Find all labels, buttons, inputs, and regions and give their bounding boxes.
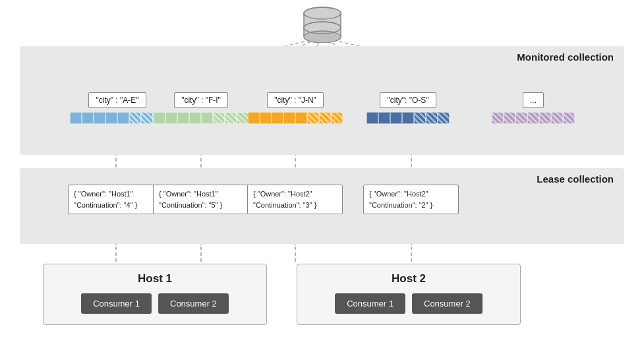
block — [402, 112, 414, 124]
block — [307, 112, 319, 124]
partition-extra-label: ... — [523, 92, 544, 108]
block — [141, 112, 153, 124]
block — [366, 112, 378, 124]
host-2-box: Host 2 Consumer 1 Consumer 2 — [290, 264, 527, 325]
block — [165, 112, 177, 124]
block — [426, 112, 438, 124]
block — [539, 112, 551, 124]
block — [189, 112, 201, 124]
partition-ae-blocks — [70, 112, 165, 124]
block — [70, 112, 82, 124]
lease-1-line2: "Continuation": "4" } — [74, 201, 137, 209]
partition-jn: "city" : "J-N" — [248, 92, 343, 124]
host-2-consumers: Consumer 1 Consumer 2 — [308, 293, 510, 314]
lease-4-line1: { "Owner": "Host2" — [369, 190, 428, 198]
partition-fi-blocks — [154, 112, 249, 124]
block — [295, 112, 307, 124]
partition-ae-label: "city" : "A-E" — [88, 92, 146, 108]
block — [237, 112, 249, 124]
lease-1-line1: { "Owner": "Host1" — [74, 190, 133, 198]
block — [272, 112, 283, 124]
lease-3-line2: "Continuation": "3" } — [253, 201, 316, 209]
block — [225, 112, 237, 124]
block — [213, 112, 225, 124]
block — [319, 112, 331, 124]
host-1-box: Host 1 Consumer 1 Consumer 2 — [36, 264, 274, 325]
lease-2-line1: { "Owner": "Host1" — [159, 190, 218, 198]
lease-box-2: { "Owner": "Host1" "Continuation": "5" } — [153, 185, 249, 214]
partition-ae: "city" : "A-E" — [70, 92, 165, 124]
host-1-consumer-1[interactable]: Consumer 1 — [81, 293, 152, 314]
host-2-consumer-2[interactable]: Consumer 2 — [412, 293, 483, 314]
block — [504, 112, 515, 124]
partition-extra-blocks — [492, 112, 575, 124]
block — [129, 112, 141, 124]
partition-fi: "city" : "F-I" — [154, 92, 249, 124]
block — [117, 112, 129, 124]
host-1-consumer-2[interactable]: Consumer 2 — [158, 293, 229, 314]
partition-os-label: "city": "O-S" — [380, 92, 436, 108]
partition-jn-blocks — [248, 112, 343, 124]
block — [551, 112, 563, 124]
block — [154, 112, 165, 124]
block — [563, 112, 575, 124]
block — [82, 112, 94, 124]
block — [515, 112, 527, 124]
monitored-collection-label: Monitored collection — [517, 51, 614, 63]
lease-box-3: { "Owner": "Host2" "Continuation": "3" } — [247, 185, 343, 214]
lease-box-4: { "Owner": "Host2" "Continuation": "2" } — [363, 185, 459, 214]
block — [201, 112, 213, 124]
block — [378, 112, 390, 124]
partition-jn-label: "city" : "J-N" — [267, 92, 324, 108]
block — [390, 112, 402, 124]
lease-4-line2: "Continuation": "2" } — [369, 201, 432, 209]
host-1-consumers: Consumer 1 Consumer 2 — [54, 293, 256, 314]
block — [248, 112, 260, 124]
block — [105, 112, 117, 124]
database-icon — [303, 7, 342, 43]
partition-os-blocks — [366, 112, 450, 124]
block — [283, 112, 295, 124]
partition-os: "city": "O-S" — [366, 92, 450, 124]
block — [177, 112, 189, 124]
block — [492, 112, 504, 124]
block — [94, 112, 105, 124]
block — [527, 112, 539, 124]
lease-2-line2: "Continuation": "5" } — [159, 201, 222, 209]
diagram-container: Monitored collection "city" : "A-E" "cit… — [0, 0, 644, 354]
block — [414, 112, 426, 124]
host-2-consumer-1[interactable]: Consumer 1 — [335, 293, 405, 314]
block — [331, 112, 343, 124]
host-1-title: Host 1 — [54, 272, 256, 285]
block — [438, 112, 450, 124]
partition-extra: ... — [492, 92, 575, 124]
lease-collection-label: Lease collection — [537, 173, 614, 185]
host-2-title: Host 2 — [308, 272, 510, 285]
svg-point-34 — [304, 31, 341, 43]
block — [260, 112, 272, 124]
partition-fi-label: "city" : "F-I" — [174, 92, 228, 108]
lease-box-1: { "Owner": "Host1" "Continuation": "4" } — [68, 185, 163, 214]
lease-3-line1: { "Owner": "Host2" — [253, 190, 312, 198]
